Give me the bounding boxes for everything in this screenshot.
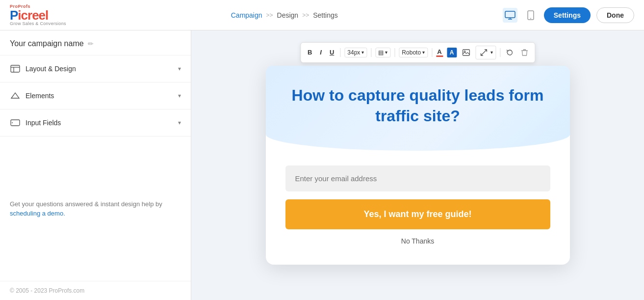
breadcrumb: Campaign >> Design >> Settings — [231, 11, 338, 19]
elements-label: Elements — [26, 92, 54, 100]
logo: ProProfs Picreel Grow Sales & Conversion… — [10, 4, 66, 26]
toolbar-divider-3 — [394, 48, 395, 57]
svg-rect-10 — [463, 50, 469, 55]
sidebar: Your campaign name ✏ Layout & Design ▾ — [0, 30, 191, 300]
elements-icon — [10, 90, 21, 101]
input-fields-label: Input Fields — [26, 119, 61, 127]
font-size-select[interactable]: 34px ▾ — [344, 48, 367, 57]
toolbar-divider-1 — [340, 48, 340, 57]
elements-chevron: ▾ — [178, 92, 181, 99]
layout-design-section-header[interactable]: Layout & Design ▾ — [0, 55, 191, 82]
color-a-label: A — [437, 48, 441, 55]
sidebar-help-link[interactable]: scheduling a demo. — [10, 210, 65, 217]
header-actions: Settings Done — [503, 7, 634, 23]
layout-design-icon — [10, 63, 21, 74]
popup-wrapper: B I U 34px ▾ ▤ ▾ Roboto ▾ — [266, 66, 570, 265]
main-canvas: B I U 34px ▾ ▤ ▾ Roboto ▾ — [191, 30, 644, 300]
cta-button[interactable]: Yes, I want my free guide! — [285, 199, 550, 229]
insert-image-button[interactable] — [461, 47, 471, 58]
svg-point-4 — [530, 18, 531, 19]
align-chevron: ▾ — [385, 50, 387, 55]
svg-rect-0 — [505, 11, 515, 18]
nav-campaign[interactable]: Campaign — [231, 11, 262, 19]
color-a-underbar — [436, 55, 443, 57]
resize-control[interactable]: ▾ — [475, 46, 496, 59]
align-select[interactable]: ▤ ▾ — [375, 48, 390, 57]
nav-settings[interactable]: Settings — [313, 11, 338, 19]
sidebar-section-input-fields: Input Fields ▾ — [0, 109, 191, 136]
done-button[interactable]: Done — [596, 7, 634, 23]
body-area: Your campaign name ✏ Layout & Design ▾ — [0, 30, 644, 300]
layout-design-chevron: ▾ — [178, 65, 181, 72]
font-size-value: 34px — [347, 49, 360, 56]
input-fields-chevron: ▾ — [178, 119, 181, 126]
resize-chevron: ▾ — [490, 50, 493, 55]
logo-main-text: Picreel — [10, 9, 66, 22]
desktop-device-icon[interactable] — [503, 8, 517, 23]
toolbar-divider-4 — [432, 48, 432, 57]
settings-button[interactable]: Settings — [544, 7, 591, 23]
sidebar-help-text: Get your questions answered & instant de… — [10, 200, 162, 208]
font-family-select[interactable]: Roboto ▾ — [399, 48, 428, 57]
popup-body: Yes, I want my free guide! No Thanks — [266, 151, 570, 265]
logo-rest: icreel — [18, 9, 48, 22]
toolbar-divider-5 — [500, 48, 500, 57]
delete-button[interactable] — [519, 47, 530, 58]
input-fields-left: Input Fields — [10, 117, 61, 128]
resize-icon — [478, 47, 489, 58]
nav-sep-2: >> — [302, 12, 309, 19]
text-formatting-toolbar: B I U 34px ▾ ▤ ▾ Roboto ▾ — [300, 42, 535, 63]
italic-button[interactable]: I — [318, 48, 324, 57]
sidebar-section-layout: Layout & Design ▾ — [0, 55, 191, 82]
toolbar-divider-2 — [371, 48, 371, 57]
mobile-device-icon[interactable] — [523, 8, 538, 23]
input-fields-section-header[interactable]: Input Fields ▾ — [0, 109, 191, 136]
popup-header-bg: How to capture quality leads form traffi… — [266, 66, 570, 151]
elements-section-header[interactable]: Elements ▾ — [0, 82, 191, 109]
header: ProProfs Picreel Grow Sales & Conversion… — [0, 0, 644, 30]
edit-campaign-name-icon[interactable]: ✏ — [88, 40, 94, 48]
svg-rect-5 — [11, 65, 20, 72]
no-thanks-link[interactable]: No Thanks — [285, 237, 550, 250]
layout-design-label: Layout & Design — [26, 65, 76, 73]
sidebar-help: Get your questions answered & instant de… — [0, 190, 191, 228]
font-size-chevron: ▾ — [361, 50, 364, 55]
input-fields-icon — [10, 117, 21, 128]
bold-button[interactable]: B — [306, 48, 314, 57]
popup-card: How to capture quality leads form traffi… — [266, 66, 570, 265]
nav-design[interactable]: Design — [277, 11, 299, 19]
campaign-name-row: Your campaign name ✏ — [0, 30, 191, 55]
text-highlight-button[interactable]: A — [447, 48, 457, 57]
text-color-control[interactable]: A — [436, 48, 443, 57]
font-family-value: Roboto — [402, 49, 421, 56]
email-input[interactable] — [285, 165, 550, 191]
underline-button[interactable]: U — [328, 48, 336, 57]
align-icon: ▤ — [378, 49, 384, 56]
rotate-button[interactable] — [504, 47, 515, 58]
font-family-chevron: ▾ — [422, 50, 425, 55]
elements-left: Elements — [10, 90, 54, 101]
popup-title[interactable]: How to capture quality leads form traffi… — [285, 85, 550, 126]
sidebar-section-elements: Elements ▾ — [0, 82, 191, 109]
nav-sep-1: >> — [266, 12, 273, 19]
campaign-name-text: Your campaign name — [10, 39, 84, 48]
sidebar-footer: © 2005 - 2023 ProProfs.com — [0, 281, 191, 300]
logo-p: P — [10, 9, 18, 22]
footer-text: © 2005 - 2023 ProProfs.com — [10, 287, 84, 294]
logo-sub-text: Grow Sales & Conversions — [10, 22, 66, 26]
layout-design-left: Layout & Design — [10, 63, 76, 74]
